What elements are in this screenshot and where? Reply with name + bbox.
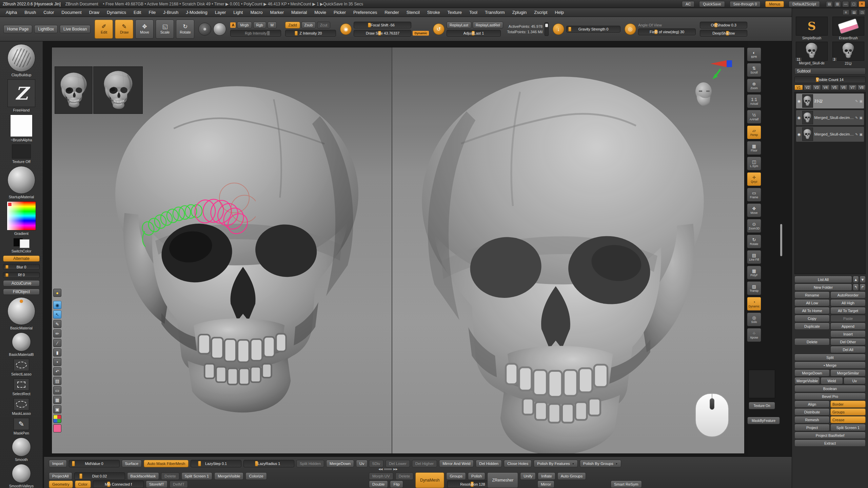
marker-tool[interactable]: ▮ <box>53 348 61 357</box>
import-button[interactable]: Import <box>49 460 67 467</box>
tab-v6[interactable]: V6 <box>840 85 848 90</box>
project-button[interactable]: Project <box>794 424 830 431</box>
split-screen-divider[interactable] <box>392 47 392 453</box>
dynamesh-button[interactable]: DynaMesh <box>415 472 444 488</box>
rgb-button[interactable]: Rgb <box>253 22 266 28</box>
transp-button[interactable]: ▨Transp <box>747 281 761 295</box>
merge-button[interactable]: • Merge <box>794 362 866 369</box>
pencil-tool[interactable]: ✏ <box>53 329 61 338</box>
color-button[interactable]: Color <box>75 481 91 488</box>
history-thumbnail-1[interactable] <box>55 66 93 114</box>
colorize-button[interactable]: Colorize <box>245 472 267 480</box>
uv-button[interactable]: Uv <box>844 377 866 384</box>
menu-alpha[interactable]: Alpha <box>2 8 21 16</box>
uv-button[interactable]: Uv <box>356 460 368 467</box>
tray-item-freehand[interactable]: FreeHand <box>7 79 35 112</box>
menu-j-modeling[interactable]: J-Modeling <box>182 8 211 16</box>
gravity-strength-slider[interactable]: Gravity Strength 0 <box>566 26 620 33</box>
angle-of-view-icon[interactable]: ◎ <box>625 23 636 35</box>
see-through-slider[interactable]: See-through 0 <box>730 1 761 7</box>
slot-simplebrush[interactable]: SSimpleBrush <box>794 17 829 40</box>
monitor-tool[interactable]: ▭ <box>53 386 61 394</box>
divider-left-arrows[interactable]: ◀◀ <box>378 468 382 471</box>
new-folder-button[interactable]: New Folder <box>794 284 852 291</box>
projectall-button[interactable]: ProjectAll <box>49 472 72 480</box>
project-basrelief-button[interactable]: Project BasRelief <box>794 432 866 439</box>
storemt-button[interactable]: StoreMT <box>146 481 167 488</box>
del-all-button[interactable]: Del All <box>830 346 866 353</box>
menu-dynamics[interactable]: Dynamics <box>103 8 130 16</box>
bpr-button[interactable]: ◐BPR <box>747 47 761 61</box>
tab-v1[interactable]: V1 <box>794 85 803 90</box>
tray-item-maskpen[interactable]: MaskPen <box>14 418 29 435</box>
tray-item-basicmaterial[interactable]: BasicMaterial <box>7 297 35 330</box>
accucurve-button[interactable]: AccuCurve <box>3 280 40 286</box>
menu-light[interactable]: Light <box>230 8 246 16</box>
fillobject-button[interactable]: FillObject <box>3 289 40 295</box>
eye-icon[interactable]: ◉ <box>797 116 801 120</box>
menu-marker[interactable]: Marker <box>267 8 288 16</box>
menu-zplugin[interactable]: Zplugin <box>509 8 531 16</box>
split-screen-1-button[interactable]: Split Screen 1 <box>830 424 866 431</box>
lazyradius-1-slider[interactable]: LazyRadius 1 <box>243 460 294 467</box>
item-button[interactable]: ↱ <box>860 284 866 291</box>
polish-by-features-button[interactable]: Polish By Features <box>534 460 578 467</box>
midvalue-0-slider[interactable]: MidValue 0 <box>69 460 120 467</box>
auto-groups-button[interactable]: Auto Groups <box>557 472 586 480</box>
tray-item-claybuildup[interactable]: ClayBuildup <box>7 44 35 77</box>
home-page-button[interactable]: Home Page <box>3 25 32 33</box>
slot-23[interactable]: 323강 <box>831 42 866 66</box>
tray-item-gradient[interactable]: Gradient <box>7 201 36 236</box>
history-thumbnail-2[interactable] <box>93 66 143 114</box>
texture-on-button[interactable]: Texture On <box>749 402 775 409</box>
folder-icon[interactable]: ▣ <box>860 133 863 136</box>
mrgb-button[interactable]: Mrgb <box>237 22 252 28</box>
mirror-and-weld-button[interactable]: Mirror And Weld <box>439 460 474 467</box>
split-screen-1-button[interactable]: Split Screen 1 <box>181 472 213 480</box>
del-higher-button[interactable]: Del Higher <box>412 460 437 467</box>
scale-button[interactable]: ◱Scale <box>156 20 174 39</box>
menu-document[interactable]: Document <box>58 8 85 16</box>
menu-picker[interactable]: Picker <box>330 8 350 16</box>
menu-macro[interactable]: Macro <box>246 8 266 16</box>
polish-by-groups-button[interactable]: Polish By Groups <box>580 460 621 467</box>
tray-item-smoothvalleys[interactable]: SmoothValleys <box>9 464 34 488</box>
inflate-button[interactable]: Inflate <box>538 472 555 480</box>
menu-stencil[interactable]: Stencil <box>403 8 423 16</box>
zoom-button[interactable]: ⊕Zoom <box>747 79 761 93</box>
extract-button[interactable]: Extract <box>794 440 866 447</box>
scroll-button[interactable]: ⇅Scroll <box>747 63 761 77</box>
menu-texture[interactable]: Texture <box>443 8 466 16</box>
menu-help[interactable]: Help <box>551 8 568 16</box>
axis-gizmo[interactable] <box>710 59 733 80</box>
right-scrollbar[interactable] <box>780 224 782 256</box>
menu-j-brush[interactable]: J-Brush <box>159 8 182 16</box>
split-button[interactable]: Split <box>794 354 866 361</box>
align-button[interactable]: Align <box>794 401 830 408</box>
smart-resym-button[interactable]: Smart ReSym <box>611 481 642 488</box>
tray-item-texture-off[interactable]: Texture Off <box>12 144 31 164</box>
tab-v2[interactable]: V2 <box>804 85 812 90</box>
tray-config-icon-1[interactable]: ≡ <box>843 9 849 15</box>
tab-v3[interactable]: V3 <box>812 85 821 90</box>
knife-tool[interactable]: ∕ <box>53 339 61 347</box>
polish-button[interactable]: Polish <box>468 472 485 480</box>
del-other-button[interactable]: Del Other <box>830 338 866 345</box>
qxyz-button[interactable]: ✛Qxyz <box>747 172 761 186</box>
delete-button[interactable]: Delete <box>395 472 413 480</box>
rotate-button[interactable]: ↻Rotate <box>176 20 194 39</box>
menu-file[interactable]: File <box>145 8 159 16</box>
backfacemask-button[interactable]: BackfaceMask <box>127 472 159 480</box>
menu-zscript[interactable]: Zscript <box>530 8 551 16</box>
list-all-button[interactable]: List All <box>794 276 852 283</box>
divider-handle[interactable] <box>383 468 392 470</box>
zremesher-button[interactable]: ZRemesher <box>487 472 518 488</box>
dynamic-button[interactable]: ◔Dynamic <box>747 297 761 311</box>
light-tool[interactable]: ● <box>53 289 61 297</box>
divider-right-arrows[interactable]: ▶▶ <box>393 468 397 471</box>
autoreorder-button[interactable]: AutoReorder <box>830 291 866 299</box>
groups-button[interactable]: Groups <box>830 408 866 415</box>
eye-tool[interactable]: ◉ <box>53 301 61 309</box>
trash-tool[interactable]: ▤ <box>53 377 61 385</box>
swatch-tool[interactable] <box>53 424 61 432</box>
